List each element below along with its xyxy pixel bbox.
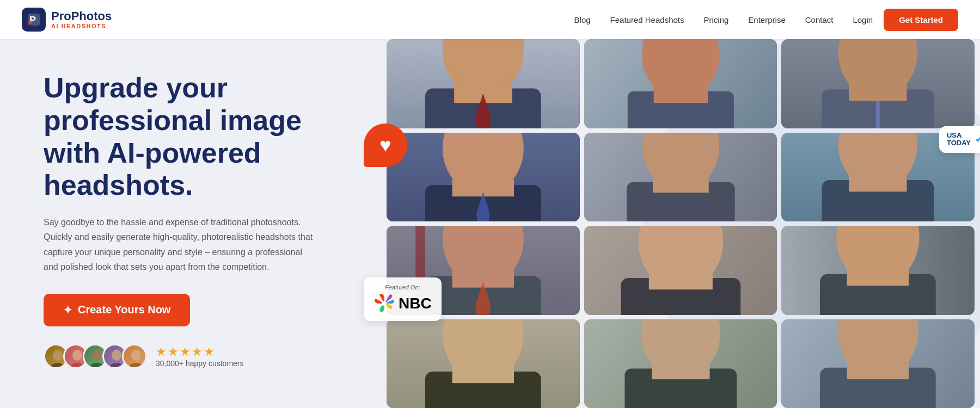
logo-brand-name: ProPhotos (51, 10, 112, 23)
rating-block: ★★★★★ 30,000+ happy customers (156, 345, 244, 368)
avatar (122, 344, 147, 369)
nav-contact[interactable]: Contact (805, 15, 834, 24)
social-proof: ★★★★★ 30,000+ happy customers (44, 344, 321, 369)
hero-left: Upgrade your professional image with AI-… (0, 39, 348, 408)
photo-cell (584, 133, 777, 222)
svg-point-3 (53, 350, 63, 361)
photo-cell (387, 319, 580, 409)
photo-cell (584, 39, 777, 128)
photo-cell (584, 319, 777, 409)
logo-icon: P (22, 8, 46, 32)
nav-pricing[interactable]: Pricing (704, 15, 729, 24)
svg-point-11 (131, 350, 141, 361)
photo-cell (387, 39, 580, 128)
nav-enterprise[interactable]: Enterprise (748, 15, 785, 24)
photo-cell (387, 133, 580, 222)
nbc-label: NBC (399, 295, 432, 312)
heart-icon: ♥ (379, 134, 391, 157)
svg-rect-54 (648, 272, 712, 289)
usa-today-line2: TODAY (947, 139, 971, 147)
svg-point-8 (89, 363, 105, 369)
svg-rect-28 (849, 84, 906, 101)
svg-point-5 (72, 350, 82, 361)
svg-rect-42 (849, 174, 906, 191)
hero-section: Upgrade your professional image with AI-… (0, 39, 980, 408)
photo-cell (781, 319, 975, 409)
check-icon: ✔ (975, 133, 980, 145)
svg-point-13 (382, 301, 387, 306)
nbc-badge: Featured On: NBC (364, 277, 442, 321)
nav-featured-headshots[interactable]: Featured Headshots (610, 15, 684, 24)
nav-links: Blog Featured Headshots Pricing Enterpri… (574, 15, 834, 24)
svg-rect-58 (847, 268, 909, 286)
photo-cell (781, 39, 975, 128)
photo-cell (781, 226, 975, 315)
logo[interactable]: P ProPhotos AI HEADSHOTS (22, 8, 112, 32)
svg-rect-62 (452, 366, 514, 383)
svg-point-4 (50, 363, 65, 369)
svg-point-2 (28, 21, 32, 24)
heart-bubble: ♥ (364, 123, 407, 167)
wand-icon: ✦ (63, 304, 72, 317)
svg-point-10 (109, 363, 124, 369)
customer-count: 30,000+ happy customers (156, 359, 244, 368)
photo-grid (381, 39, 980, 408)
nav-blog[interactable]: Blog (574, 15, 591, 24)
cta-label: Create Yours Now (78, 304, 170, 316)
svg-point-7 (92, 350, 102, 361)
svg-rect-38 (653, 176, 709, 192)
nbc-peacock-icon (373, 293, 395, 314)
svg-point-12 (128, 363, 144, 369)
get-started-button[interactable]: Get Started (884, 9, 958, 31)
usa-today-badge: USA TODAY ✔ (939, 126, 980, 153)
hero-description: Say goodbye to the hassle and expense of… (44, 215, 316, 274)
featured-on-label: Featured On: (385, 284, 420, 290)
svg-point-9 (112, 350, 121, 361)
svg-text:P: P (29, 15, 36, 26)
stars: ★★★★★ (156, 345, 244, 359)
avatar-group (44, 344, 147, 369)
usa-today-text: USA TODAY (947, 132, 971, 147)
navbar: P ProPhotos AI HEADSHOTS Blog Featured H… (0, 0, 980, 39)
svg-rect-71 (847, 362, 909, 379)
hero-title: Upgrade your professional image with AI-… (44, 72, 321, 202)
nbc-logo: NBC (373, 293, 432, 314)
svg-rect-24 (653, 85, 707, 103)
svg-point-6 (70, 363, 85, 369)
usa-today-line1: USA (947, 132, 971, 139)
logo-tagline: AI HEADSHOTS (51, 23, 112, 29)
create-yours-now-button[interactable]: ✦ Create Yours Now (44, 294, 190, 326)
hero-right: ♥ USA TODAY ✔ Featured On: (348, 39, 980, 408)
logo-text: ProPhotos AI HEADSHOTS (51, 10, 112, 29)
login-button[interactable]: Login (853, 15, 873, 24)
photo-cell (584, 226, 777, 315)
svg-rect-66 (652, 362, 709, 379)
